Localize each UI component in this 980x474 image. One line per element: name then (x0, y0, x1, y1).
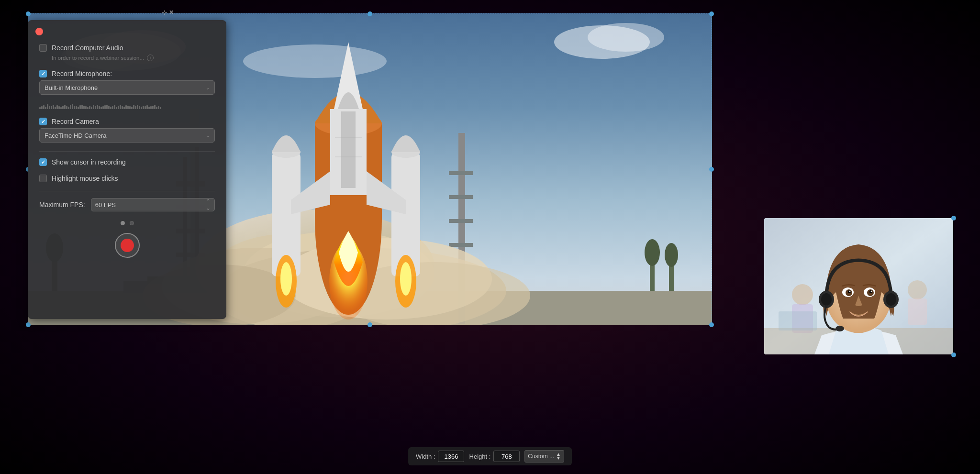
audio-meter (39, 99, 215, 109)
camera-label: Record Camera (52, 118, 99, 125)
camera-device-value: FaceTime HD Camera (45, 132, 107, 139)
divider-2 (39, 191, 215, 191)
fps-row: Maximum FPS: 60 FPS ⌃⌄ (39, 198, 215, 211)
microphone-dropdown-arrow: ⌄ (206, 85, 210, 90)
divider-1 (39, 151, 215, 152)
camera-handle-bottom-right[interactable] (951, 353, 956, 357)
bottom-toolbar: Width : Height : Custom ... ▲▼ (408, 447, 572, 465)
highlight-clicks-checkbox[interactable] (39, 175, 47, 182)
control-panel: Record Computer Audio In order to record… (28, 20, 226, 319)
preset-dropdown[interactable]: Custom ... ▲▼ (524, 450, 564, 463)
record-button[interactable] (115, 233, 140, 258)
highlight-clicks-label: Highlight mouse clicks (52, 175, 118, 182)
computer-audio-checkbox[interactable] (39, 44, 47, 52)
show-cursor-label: Show cursor in recording (52, 158, 126, 166)
handle-top-center[interactable] (368, 11, 372, 16)
close-button[interactable] (35, 28, 43, 35)
height-input[interactable] (493, 451, 520, 462)
info-icon[interactable]: i (147, 55, 154, 61)
close-selection-icon[interactable]: ✕ (169, 9, 174, 16)
handle-mid-right[interactable] (709, 167, 714, 172)
handle-bot-right[interactable] (709, 322, 714, 327)
camera-row[interactable]: Record Camera (39, 118, 215, 125)
camera-dropdown[interactable]: FaceTime HD Camera ⌄ (39, 128, 215, 143)
camera-dropdown-arrow: ⌄ (206, 133, 210, 138)
height-control: Height : (469, 451, 520, 462)
microphone-checkbox[interactable] (39, 70, 47, 77)
page-dot-2[interactable] (130, 221, 134, 225)
svg-rect-56 (908, 298, 927, 325)
svg-point-75 (835, 326, 844, 331)
handle-bot-left[interactable] (26, 322, 31, 327)
microphone-dropdown[interactable]: Built-in Microphone ⌄ (39, 80, 215, 95)
show-cursor-row[interactable]: Show cursor in recording (39, 158, 215, 166)
highlight-clicks-row[interactable]: Highlight mouse clicks (39, 175, 215, 182)
selection-controls: ⊹ ✕ (162, 9, 174, 16)
preset-label: Custom ... (528, 453, 554, 460)
preset-arrow: ▲▼ (556, 452, 561, 460)
fps-label: Maximum FPS: (39, 201, 85, 209)
show-cursor-checkbox[interactable] (39, 158, 47, 166)
camera-checkbox[interactable] (39, 118, 47, 125)
fps-dropdown-arrow: ⌃⌄ (206, 198, 211, 211)
fps-dropdown[interactable]: 60 FPS ⌃⌄ (91, 198, 215, 211)
svg-point-69 (849, 291, 851, 292)
camera-handle-top-right[interactable] (951, 216, 956, 220)
handle-top-right[interactable] (709, 11, 714, 16)
width-control: Width : (416, 451, 464, 462)
svg-rect-58 (779, 311, 817, 331)
svg-point-72 (821, 293, 832, 306)
microphone-device-value: Built-in Microphone (45, 84, 98, 91)
microphone-row[interactable]: Record Microphone: (39, 70, 215, 77)
svg-point-55 (908, 280, 927, 299)
width-input[interactable] (438, 451, 465, 462)
svg-point-74 (886, 293, 896, 306)
page-dot-1[interactable] (121, 221, 125, 225)
computer-audio-note: In order to record a webinar session... … (52, 55, 215, 61)
svg-point-53 (792, 284, 813, 305)
svg-point-70 (871, 291, 872, 292)
height-label: Height : (469, 453, 491, 460)
camera-preview (764, 218, 953, 354)
page-dots (39, 221, 215, 225)
width-label: Width : (416, 453, 435, 460)
computer-audio-row[interactable]: Record Computer Audio (39, 44, 215, 52)
move-icon[interactable]: ⊹ (162, 9, 167, 16)
computer-audio-label: Record Computer Audio (52, 44, 123, 52)
record-button-wrap (39, 233, 215, 258)
handle-top-left[interactable] (26, 11, 31, 16)
fps-value: 60 FPS (95, 201, 116, 209)
record-dot-icon (121, 239, 134, 252)
microphone-label: Record Microphone: (52, 70, 112, 77)
handle-bot-center[interactable] (368, 322, 372, 327)
